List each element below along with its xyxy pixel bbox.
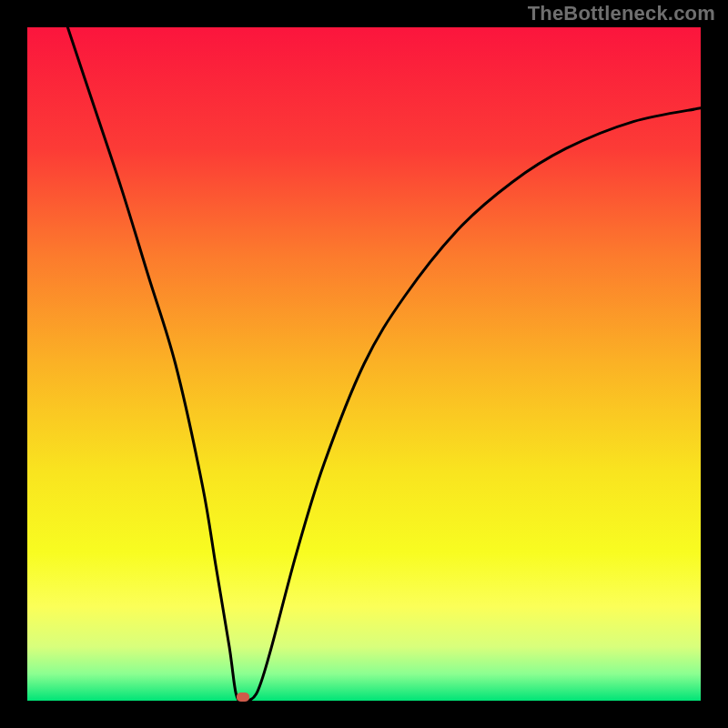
chart-frame: TheBottleneck.com [0,0,728,728]
watermark-label: TheBottleneck.com [528,2,715,25]
plot-area [27,27,701,701]
plot-svg [27,27,701,701]
optimal-point-marker [237,693,249,702]
